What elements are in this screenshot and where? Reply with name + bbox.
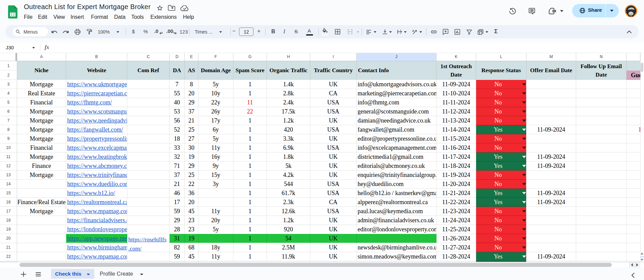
svg-text:A: A — [412, 29, 414, 33]
